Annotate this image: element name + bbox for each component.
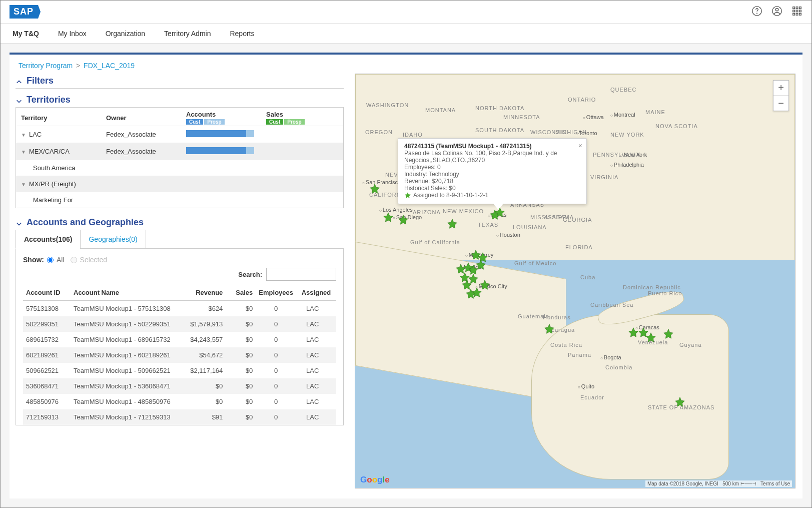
legend-prosp: Prosp xyxy=(204,119,224,125)
accounts-panel: Show: All Selected Search: xyxy=(16,248,344,425)
accounts-table: Account ID Account Name Revenue Sales Em… xyxy=(23,285,336,425)
territory-row[interactable]: Marketing For xyxy=(16,192,343,208)
svg-rect-12 xyxy=(799,14,801,16)
table-row[interactable]: 485850976TeamMSU Mockup1 - 485850976$0$0… xyxy=(23,394,336,409)
map-city-label: Montreal xyxy=(610,112,635,118)
map-star-marker[interactable] xyxy=(544,323,555,334)
tab-accounts[interactable]: Accounts(106) xyxy=(16,230,81,249)
territories-table: Territory Owner Accounts CustProsp Sales… xyxy=(16,107,344,208)
zoom-out-button[interactable]: − xyxy=(773,96,788,111)
zoom-in-button[interactable]: + xyxy=(773,81,788,96)
accounts-geo-header[interactable]: Accounts and Geographies xyxy=(16,215,344,230)
map-region-label: MONTANA xyxy=(425,107,456,113)
main-nav: My T&Q My Inbox Organization Territory A… xyxy=(1,24,811,44)
col-sales[interactable]: Sales xyxy=(226,285,256,301)
svg-rect-10 xyxy=(793,14,795,16)
col-territory: Territory xyxy=(21,114,106,122)
table-row[interactable]: 689615732TeamMSU Mockup1 - 689615732$4,2… xyxy=(23,332,336,347)
col-assigned[interactable]: Assigned xyxy=(296,285,336,301)
map-region-label: IDAHO xyxy=(403,132,423,138)
territory-row[interactable]: South America xyxy=(16,160,343,176)
map-region-label: Puerto Rico xyxy=(648,290,682,296)
tab-my-tq[interactable]: My T&Q xyxy=(12,25,40,43)
map[interactable]: WASHINGTONMONTANANORTH DAKOTAOREGONIDAHO… xyxy=(355,74,795,488)
accounts-geo-label: Accounts and Geographies xyxy=(27,217,144,228)
map-region-label: Costa Rica xyxy=(550,342,582,348)
tab-organization[interactable]: Organization xyxy=(105,25,146,43)
territory-row[interactable]: ▼MEX/CAR/CA Fedex_Associate xyxy=(16,143,343,160)
map-region-label: Panama xyxy=(568,352,591,358)
legend-cust: Cust xyxy=(186,119,203,125)
right-pane: WASHINGTONMONTANANORTH DAKOTAOREGONIDAHO… xyxy=(351,74,802,495)
col-account-name[interactable]: Account Name xyxy=(71,285,186,301)
svg-rect-9 xyxy=(799,10,801,12)
user-icon[interactable] xyxy=(771,6,782,18)
col-account-id[interactable]: Account ID xyxy=(23,285,71,301)
map-zoom: + − xyxy=(773,80,789,111)
svg-rect-8 xyxy=(796,10,798,12)
radio-selected-label[interactable]: Selected xyxy=(80,256,107,264)
map-city-label: Houston xyxy=(496,232,520,238)
map-star-marker[interactable] xyxy=(475,259,486,270)
map-city-label: Ottawa xyxy=(583,114,604,120)
tab-territory-admin[interactable]: Territory Admin xyxy=(163,25,212,43)
map-star-marker[interactable] xyxy=(471,287,482,298)
map-star-marker[interactable] xyxy=(383,212,394,223)
territories-label: Territories xyxy=(27,95,71,105)
map-star-marker[interactable] xyxy=(447,218,458,229)
info-assigned-text: Assigned to 8-9-31-10-1-2-1 xyxy=(413,192,488,199)
chevron-down-icon xyxy=(16,219,23,226)
map-region-label: QUEBEC xyxy=(610,87,636,93)
accounts-legend: CustProsp xyxy=(186,119,266,125)
info-assigned: Assigned to 8-9-31-10-1-2-1 xyxy=(404,192,580,199)
search-label: Search: xyxy=(238,271,262,278)
col-accounts: Accounts CustProsp xyxy=(186,111,266,125)
table-row[interactable]: 509662521TeamMSU Mockup1 - 509662521$2,1… xyxy=(23,363,336,378)
territory-row[interactable]: ▼MX/PR (Freight) xyxy=(16,176,343,192)
tab-my-inbox[interactable]: My Inbox xyxy=(57,25,88,43)
search-input[interactable] xyxy=(266,268,336,281)
table-row[interactable]: 602189261TeamMSU Mockup1 - 602189261$54,… xyxy=(23,347,336,363)
map-terms-link[interactable]: Terms of Use xyxy=(760,481,790,486)
map-region-label: Colombia xyxy=(605,364,632,370)
show-filter: Show: All Selected xyxy=(23,256,336,264)
col-sales: Sales CustProsp xyxy=(266,111,336,125)
map-data-label: Map data ©2018 Google, INEGI xyxy=(647,481,718,486)
breadcrumb-sep: > xyxy=(76,62,82,70)
table-row[interactable]: 712159313TeamMSU Mockup1 - 712159313$91$… xyxy=(23,409,336,425)
map-star-marker[interactable] xyxy=(674,396,685,407)
map-star-marker[interactable] xyxy=(369,183,380,194)
col-employees[interactable]: Employees xyxy=(256,285,296,301)
radio-all-label[interactable]: All xyxy=(57,256,65,264)
tab-reports[interactable]: Reports xyxy=(229,25,255,43)
apps-grid-icon[interactable] xyxy=(791,6,802,18)
info-employees: Employees: 0 xyxy=(404,164,580,171)
territories-header[interactable]: Territories xyxy=(16,93,344,107)
help-icon[interactable] xyxy=(751,6,762,18)
filters-header[interactable]: Filters xyxy=(16,74,344,89)
map-region-label: Guyana xyxy=(679,342,702,348)
table-row[interactable]: 575131308TeamMSU Mockup1 - 575131308$624… xyxy=(23,301,336,317)
map-star-marker[interactable] xyxy=(645,332,656,343)
radio-all[interactable] xyxy=(47,257,54,263)
map-star-marker[interactable] xyxy=(398,214,409,225)
territory-row[interactable]: ▼LAC Fedex_Associate xyxy=(16,126,343,143)
tab-geographies[interactable]: Geographies(0) xyxy=(80,230,146,249)
table-row[interactable]: 502299351TeamMSU Mockup1 - 502299351$1,5… xyxy=(23,316,336,332)
map-star-marker[interactable] xyxy=(628,327,639,338)
breadcrumb-root[interactable]: Territory Program xyxy=(19,62,73,70)
info-hist-sales: Historical Sales: $0 xyxy=(404,185,580,192)
map-city-label: Toronto xyxy=(575,130,597,136)
radio-selected[interactable] xyxy=(71,257,77,263)
col-revenue[interactable]: Revenue xyxy=(186,285,226,301)
chevron-up-icon xyxy=(16,78,23,85)
breadcrumb-current[interactable]: FDX_LAC_2019 xyxy=(84,62,135,70)
content-panel: Territory Program > FDX_LAC_2019 Filters… xyxy=(10,53,802,498)
table-row[interactable]: 536068471TeamMSU Mockup1 - 536068471$0$0… xyxy=(23,378,336,394)
close-icon[interactable]: × xyxy=(578,142,582,150)
legend-prosp-g: Prosp xyxy=(284,119,304,125)
map-star-marker[interactable] xyxy=(663,328,674,339)
svg-rect-4 xyxy=(793,7,795,9)
info-industry: Industry: Technology xyxy=(404,171,580,178)
map-region-label: Gulf of Mexico xyxy=(514,260,556,266)
